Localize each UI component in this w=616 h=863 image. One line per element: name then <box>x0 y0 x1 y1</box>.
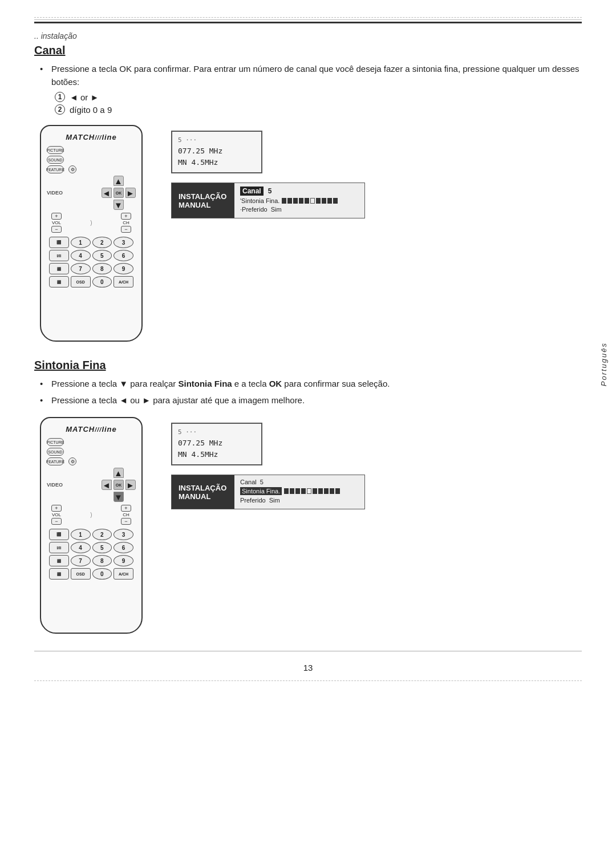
sintonia-bars-2 <box>284 488 340 494</box>
canal-heading: Canal <box>34 44 582 57</box>
btn-osd[interactable]: OSD <box>71 276 91 287</box>
remote-1-container: MATCH///line PICTURE SOUND FEATURE ⚙ <box>34 125 148 342</box>
circle-1: 1 <box>55 92 65 102</box>
vol-ch-area: + VOL − ) + CH − <box>51 212 131 233</box>
sintonia-bullet-1: Pressione a tecla ▼ para realçar Sintoni… <box>40 378 582 391</box>
btn-8[interactable]: 8 <box>92 263 112 274</box>
ch-down-2[interactable]: − <box>121 518 131 525</box>
bottom-dashed-rule <box>34 680 582 681</box>
screen-line-2: 077.25 MHz <box>178 145 256 157</box>
picture-btn-2[interactable]: PICTURE <box>47 438 64 446</box>
numpad: ⬛ 1 2 3 I/II 4 5 6 ⬛ 7 8 9 ⬛ OSD <box>49 237 133 287</box>
settings-circle-btn-2[interactable]: ⚙ <box>68 457 76 465</box>
dpad-ok[interactable]: OK <box>114 188 124 198</box>
canal-screens: 5 ··· 077.25 MHz MN 4.5MHz INSTALAÇÃO MA… <box>171 125 582 218</box>
btn-ach[interactable]: A/CH <box>114 276 133 287</box>
top-dashed-rule <box>34 17 582 18</box>
btn-ih[interactable]: I/II <box>49 250 69 261</box>
btn-incredible-2[interactable]: ⬛ <box>49 555 69 566</box>
sound-btn[interactable]: SOUND <box>47 156 64 164</box>
btn-sound-mode[interactable]: ⬛ <box>49 276 69 287</box>
vol-up[interactable]: + <box>51 213 62 220</box>
dpad-down-2[interactable]: ▼ <box>114 492 124 502</box>
remote-2-logo: MATCH///line <box>47 425 136 433</box>
numpad-2: ⬛ 1 2 3 I/II 4 5 6 ⬛ 7 8 9 ⬛ OSD <box>49 529 133 580</box>
sintonia-bars <box>282 198 338 204</box>
btn-0[interactable]: 0 <box>92 276 112 287</box>
sintonia-screen-line-2: 077.25 MHz <box>178 437 256 449</box>
vol-up-2[interactable]: + <box>51 505 62 512</box>
settings-circle-btn[interactable]: ⚙ <box>68 165 76 173</box>
btn-ach-2[interactable]: A/CH <box>114 568 133 580</box>
menu-preferido-row: ·Preferido Sim <box>240 206 359 213</box>
btn-recall-2[interactable]: ⬛ <box>49 529 69 540</box>
dpad-left-2[interactable]: ◄ <box>102 480 112 490</box>
breadcrumb: .. instalação <box>34 31 582 40</box>
btn-5-2[interactable]: 5 <box>92 542 112 553</box>
btn-incredible[interactable]: ⬛ <box>49 263 69 274</box>
dpad-down[interactable]: ▼ <box>114 200 124 210</box>
btn-0-2[interactable]: 0 <box>92 568 112 580</box>
menu-manual: MANUAL <box>179 201 228 209</box>
btn-3-2[interactable]: 3 <box>114 529 133 540</box>
dpad-ok-2[interactable]: OK <box>114 480 124 490</box>
ch-down[interactable]: − <box>121 226 131 233</box>
btn-9-2[interactable]: 9 <box>114 555 133 566</box>
menu-canal-row: Canal 5 <box>240 187 359 196</box>
vol-block-2: + VOL − <box>51 504 62 525</box>
btn-8-2[interactable]: 8 <box>92 555 112 566</box>
btn-7-2[interactable]: 7 <box>71 555 91 566</box>
menu-sintonia-row: 'Sintonia Fina. <box>240 197 359 204</box>
sound-btn-2[interactable]: SOUND <box>47 448 64 456</box>
btn-osd-2[interactable]: OSD <box>71 568 91 580</box>
btn-1-2[interactable]: 1 <box>71 529 91 540</box>
dpad-left[interactable]: ◄ <box>102 188 112 198</box>
screen-line-1: 5 ··· <box>178 135 256 145</box>
dpad-right[interactable]: ► <box>125 188 136 198</box>
bottom-rule <box>34 651 582 651</box>
btn-7[interactable]: 7 <box>71 263 91 274</box>
btn-3[interactable]: 3 <box>114 237 133 248</box>
screen-line-3: MN 4.5MHz <box>178 157 256 169</box>
sintonia-menu-manual: MANUAL <box>179 492 228 501</box>
canal-menu-screen: INSTALAÇÃO MANUAL Canal 5 'Sintonia Fina… <box>171 183 365 218</box>
feature-btn-2[interactable]: FEATURE <box>47 457 64 465</box>
canal-section: Canal Pressione a tecla OK para confirma… <box>34 44 582 342</box>
sintonia-fina-row: Sintonia Fina. <box>240 487 359 495</box>
remote-1: MATCH///line PICTURE SOUND FEATURE ⚙ <box>40 125 143 342</box>
feature-btn[interactable]: FEATURE <box>47 165 64 173</box>
dpad-up[interactable]: ▲ <box>114 176 124 186</box>
btn-2[interactable]: 2 <box>92 237 112 248</box>
dpad-right-2[interactable]: ► <box>125 480 136 490</box>
btn-4-2[interactable]: 4 <box>71 542 91 553</box>
btn-ih-2[interactable]: I/II <box>49 542 69 553</box>
btn-5[interactable]: 5 <box>92 250 112 261</box>
ch-up-2[interactable]: + <box>121 505 131 512</box>
sintonia-screen-line-1: 5 ··· <box>178 427 256 437</box>
btn-6-2[interactable]: 6 <box>114 542 133 553</box>
side-language-label: Português <box>599 342 608 386</box>
vol-down[interactable]: − <box>51 226 62 233</box>
btn-sound-mode-2[interactable]: ⬛ <box>49 568 69 580</box>
page-number: 13 <box>34 663 582 672</box>
btn-6[interactable]: 6 <box>114 250 133 261</box>
canal-bullet-list: Pressione a tecla OK para confirmar. Par… <box>40 63 582 88</box>
dpad: ▲ ◄ OK ► ▼ <box>102 176 136 210</box>
ch-label: CH <box>123 220 129 225</box>
btn-4[interactable]: 4 <box>71 250 91 261</box>
btn-recall[interactable]: ⬛ <box>49 237 69 248</box>
btn-1[interactable]: 1 <box>71 237 91 248</box>
dpad-up-2[interactable]: ▲ <box>114 468 124 478</box>
vol-label: VOL <box>52 220 61 225</box>
curve-decoration: ) <box>90 220 92 226</box>
canal-screen-small: 5 ··· 077.25 MHz MN 4.5MHz <box>171 131 262 173</box>
vol-down-2[interactable]: − <box>51 518 62 525</box>
btn-9[interactable]: 9 <box>114 263 133 274</box>
picture-btn[interactable]: PICTURE <box>47 146 64 154</box>
canal-numbered-items: 1 ◄ or ► 2 dígito 0 a 9 <box>55 92 582 115</box>
btn-2-2[interactable]: 2 <box>92 529 112 540</box>
video-label: VIDEO <box>47 190 63 196</box>
menu-instalacao: INSTALAÇÃO <box>179 192 228 201</box>
ch-up[interactable]: + <box>121 213 131 220</box>
sintonia-menu-left: INSTALAÇÃO MANUAL <box>172 475 234 509</box>
